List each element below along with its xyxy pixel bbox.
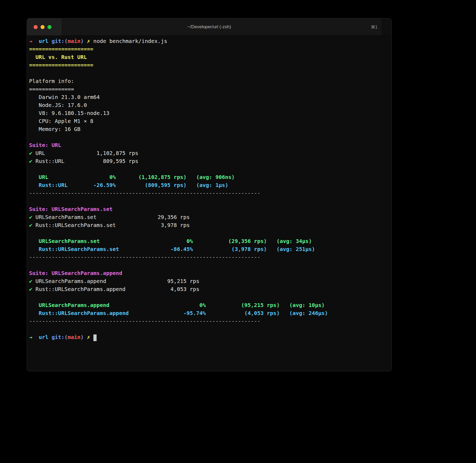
terminal-line [29,165,389,173]
terminal-text: ----------------------------------------… [29,254,260,260]
terminal[interactable]: → url git:(main) ✗ node benchmark/index.… [27,36,391,341]
terminal-line: URLSearchParams.append 0% (95,215 rps) (… [29,301,389,309]
terminal-line: Suite: URLSearchParams.set [29,205,389,213]
terminal-text [90,334,93,340]
terminal-text: Rust::URLSearchParams.set 3,978 rps [32,222,190,228]
terminal-text: URLSearchParams.append 95,215 rps [32,278,199,284]
terminal-line [29,197,389,205]
terminal-text: URLSearchParams.append 0% (95,215 rps) (… [29,302,325,308]
terminal-line [29,133,389,141]
terminal-line: Rust::URLSearchParams.append -95.74% (4,… [29,309,389,317]
terminal-text: ✔ [29,222,32,228]
terminal-text: Rust::URLSearchParams.append 4,053 rps [32,286,199,292]
terminal-line [29,229,389,237]
terminal-line: ✔ Rust::URLSearchParams.set 3,978 rps [29,221,389,229]
terminal-line: ✔ URL 1,102,875 rps [29,149,389,157]
terminal-line: URLSearchParams.set 0% (29,356 rps) (avg… [29,237,389,245]
terminal-window: ~/Developer/url (-zsh) ⌘1 → url git:(mai… [27,18,392,371]
terminal-text: ----------------------------------------… [29,190,260,196]
terminal-text: ✔ [29,214,32,220]
terminal-text: Rust::URLSearchParams.append -95.74% (4,… [29,310,328,316]
terminal-text: CPU: Apple M1 × 8 [29,118,93,124]
terminal-line: ----------------------------------------… [29,317,389,325]
terminal-line: Rust::URL -26.59% (809,595 rps) (avg: 1µ… [29,181,389,189]
terminal-line [29,325,389,333]
terminal-text: URL 0% (1,102,875 rps) (avg: 906ns) [29,174,235,180]
terminal-line: Platform info: [29,77,389,85]
terminal-text: ✔ [29,158,32,164]
terminal-text: Rust::URL 809,595 rps [32,158,138,164]
zoom-button[interactable] [47,25,51,29]
terminal-text: url [39,38,51,44]
terminal-line: ✔ Rust::URL 809,595 rps [29,157,389,165]
terminal-text: ✔ [29,278,32,284]
terminal-text: → [29,38,39,44]
terminal-text: git:( [51,334,68,340]
terminal-line: ==================== [29,45,389,53]
terminal-text: V8: 9.6.180.15-node.13 [29,110,109,116]
terminal-text: ==================== [29,62,93,68]
terminal-line: ✔ Rust::URLSearchParams.append 4,053 rps [29,285,389,293]
terminal-text: node benchmark/index.js [90,38,167,44]
terminal-line: Rust::URLSearchParams.set -86.45% (3,978… [29,245,389,253]
terminal-line: Memory: 16 GB [29,125,389,133]
terminal-text: main [68,334,81,340]
window-title: ~/Developer/url (-zsh) [187,24,231,30]
terminal-line: → url git:(main) ✗ [29,333,389,341]
terminal-line: ============== [29,85,389,93]
terminal-text: ) [81,334,87,340]
terminal-line: ==================== [29,61,389,69]
terminal-line [29,293,389,301]
terminal-text: ----------------------------------------… [29,318,260,324]
terminal-text: url [39,334,51,340]
terminal-text: URLSearchParams.set 29,356 rps [32,214,190,220]
terminal-line: → url git:(main) ✗ node benchmark/index.… [29,37,389,45]
terminal-line: Suite: URLSearchParams.append [29,269,389,277]
terminal-text: main [68,38,81,44]
terminal-text: Platform info: [29,78,74,84]
terminal-text: ) [81,38,87,44]
terminal-line: URL 0% (1,102,875 rps) (avg: 906ns) [29,173,389,181]
terminal-line: Darwin 21.3.0 arm64 [29,93,389,101]
terminal-line: CPU: Apple M1 × 8 [29,117,389,125]
terminal-cursor [93,334,97,341]
terminal-text: Node.JS: 17.6.0 [29,102,87,108]
terminal-text: ✗ [87,38,90,44]
terminal-text: Suite: URLSearchParams.append [29,270,122,276]
close-button[interactable] [34,25,38,29]
terminal-text: Rust::URLSearchParams.set -86.45% (3,978… [29,246,315,252]
terminal-text: URL 1,102,875 rps [32,150,138,156]
terminal-text: URLSearchParams.set 0% (29,356 rps) (avg… [29,238,312,244]
tab-shortcut-label: ⌘1 [371,25,378,30]
terminal-line: ✔ URLSearchParams.set 29,356 rps [29,213,389,221]
terminal-line: ----------------------------------------… [29,189,389,197]
terminal-line: Suite: URL [29,141,389,149]
terminal-line [29,261,389,269]
terminal-line: V8: 9.6.180.15-node.13 [29,109,389,117]
terminal-line: ----------------------------------------… [29,253,389,261]
terminal-line: ✔ URLSearchParams.append 95,215 rps [29,277,389,285]
terminal-text: ✔ [29,150,32,156]
terminal-text: Rust::URL -26.59% (809,595 rps) (avg: 1µ… [29,182,228,188]
terminal-text: ✔ [29,286,32,292]
titlebar[interactable]: ~/Developer/url (-zsh) ⌘1 [27,18,391,36]
terminal-line [29,69,389,77]
terminal-text: Darwin 21.3.0 arm64 [29,94,100,100]
terminal-line: URL vs. Rust URL [29,53,389,61]
window-controls [27,18,62,35]
terminal-line: Node.JS: 17.6.0 [29,101,389,109]
terminal-text: → [29,334,39,340]
minimize-button[interactable] [41,25,45,29]
terminal-text: Memory: 16 GB [29,126,81,132]
tabbar-right-segment [382,18,391,35]
terminal-text: Suite: URL [29,142,61,148]
terminal-text: ============== [29,86,74,92]
terminal-text: ==================== [29,46,93,52]
terminal-text: git:( [51,38,68,44]
terminal-text: Suite: URLSearchParams.set [29,206,113,212]
terminal-text: ✗ [87,334,90,340]
terminal-text: URL vs. Rust URL [29,54,87,60]
